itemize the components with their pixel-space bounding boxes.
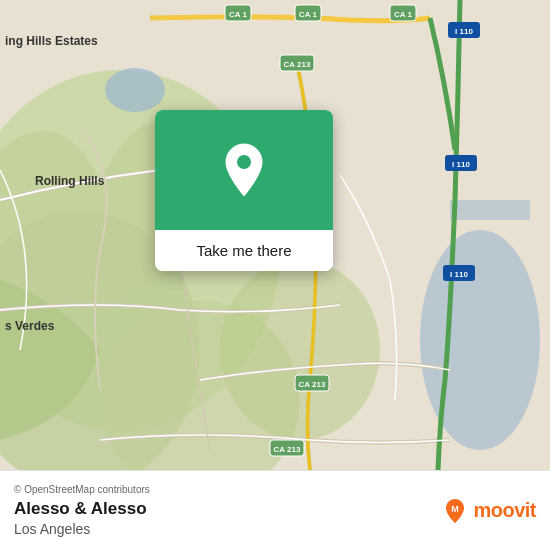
- location-pin-icon: [221, 142, 267, 198]
- svg-point-29: [237, 155, 251, 169]
- svg-point-5: [105, 68, 165, 112]
- svg-text:CA 213: CA 213: [274, 445, 301, 454]
- place-name: Alesso & Alesso: [14, 499, 150, 519]
- svg-text:CA 1: CA 1: [299, 10, 317, 19]
- map-container: CA 1 CA 1 CA 1 I 110 I 110 I 110 CA 213 …: [0, 0, 550, 470]
- svg-text:M: M: [452, 504, 460, 514]
- svg-text:ing Hills Estates: ing Hills Estates: [5, 34, 98, 48]
- moovit-label: moovit: [473, 499, 536, 522]
- svg-text:CA 213: CA 213: [299, 380, 326, 389]
- svg-point-4: [220, 260, 380, 440]
- svg-text:s Verdes: s Verdes: [5, 319, 55, 333]
- svg-text:Rolling Hills: Rolling Hills: [35, 174, 105, 188]
- svg-point-6: [420, 230, 540, 450]
- take-me-there-label: Take me there: [196, 242, 291, 259]
- osm-attribution: © OpenStreetMap contributors: [14, 484, 150, 495]
- place-city: Los Angeles: [14, 521, 150, 537]
- take-me-there-button[interactable]: Take me there: [155, 230, 333, 271]
- bottom-left-info: © OpenStreetMap contributors Alesso & Al…: [14, 484, 150, 537]
- moovit-logo: M moovit: [441, 497, 536, 525]
- moovit-icon: M: [441, 497, 469, 525]
- popup-card: Take me there: [155, 110, 333, 271]
- svg-text:CA 213: CA 213: [284, 60, 311, 69]
- svg-text:I 110: I 110: [455, 27, 473, 36]
- svg-rect-7: [450, 200, 530, 220]
- svg-text:CA 1: CA 1: [229, 10, 247, 19]
- svg-text:CA 1: CA 1: [394, 10, 412, 19]
- popup-green-header: [155, 110, 333, 230]
- svg-text:I 110: I 110: [450, 270, 468, 279]
- bottom-bar: © OpenStreetMap contributors Alesso & Al…: [0, 470, 550, 550]
- svg-text:I 110: I 110: [452, 160, 470, 169]
